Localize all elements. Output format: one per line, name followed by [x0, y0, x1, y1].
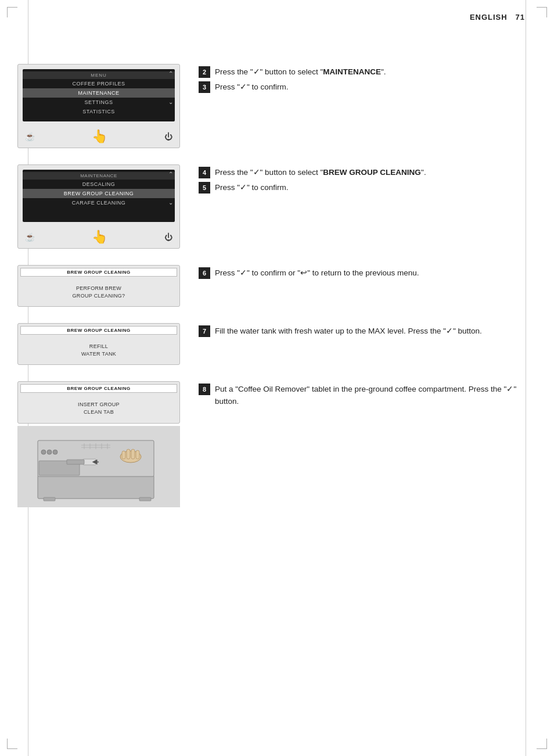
step-block-4: 4 Press the "✓" button to select "BREW G…	[199, 167, 537, 178]
bgc-body-row3: PERFORM BREWGROUP CLEANING?	[20, 280, 177, 304]
menu-item-brew-group: BREW GROUP CLEANING	[23, 189, 175, 198]
step-num-6: 6	[199, 267, 210, 279]
step-num-5: 5	[199, 182, 210, 194]
step-line-8: 8 Put a "Coffee Oil Remover" tablet in t…	[199, 384, 537, 407]
step-num-7: 7	[199, 325, 210, 337]
maintenance-header: MAINTENANCE	[23, 172, 175, 180]
left-panel-row4: BREW GROUP CLEANING REFILLWATER TANK	[17, 323, 180, 365]
svg-rect-10	[136, 450, 139, 459]
step-num-3: 3	[199, 81, 210, 93]
bgc-screen-row4: BREW GROUP CLEANING REFILLWATER TANK	[17, 323, 180, 365]
machine-illustration	[17, 426, 180, 507]
right-panel-row3: 6 Press "✓" to confirm or "↩" to return …	[199, 265, 537, 282]
power-icon-row2: ⏻	[164, 232, 172, 242]
page-header: ENGLISH 71	[470, 13, 525, 22]
step-line-4: 4 Press the "✓" button to select "BREW G…	[199, 167, 537, 178]
hand-icon-row2: 👆	[92, 230, 107, 245]
left-panel-row3: BREW GROUP CLEANING PERFORM BREWGROUP CL…	[17, 265, 180, 307]
device-screen-row1: MENU COFFEE PROFILES MAINTENANCE SETTING…	[17, 64, 180, 148]
right-panel-row1: 2 Press the "✓" button to select "MAINTE…	[199, 64, 537, 97]
left-panel-row2: MAINTENANCE DESCALING BREW GROUP CLEANIN…	[17, 164, 180, 249]
step-num-2: 2	[199, 66, 210, 78]
row-perform-cleaning: BREW GROUP CLEANING PERFORM BREWGROUP CL…	[17, 265, 537, 307]
svg-rect-14	[44, 497, 55, 501]
scroll-up-row2: ⌃	[168, 171, 173, 177]
menu-item-settings: SETTINGS	[23, 98, 175, 107]
scroll-down-row2: ⌄	[168, 199, 173, 206]
svg-rect-11	[83, 459, 96, 465]
device-bottom-row1: ☕ 👆 ⏻	[18, 126, 179, 148]
svg-rect-9	[131, 449, 135, 459]
svg-point-3	[41, 450, 46, 454]
step-num-4: 4	[199, 167, 210, 178]
svg-rect-8	[127, 449, 130, 459]
bgc-body-row4: REFILLWATER TANK	[20, 338, 177, 362]
step-line-5: 5 Press "✓" to confirm.	[199, 182, 537, 194]
left-panel-row1: MENU COFFEE PROFILES MAINTENANCE SETTING…	[17, 64, 180, 148]
corner-bl	[7, 739, 17, 749]
menu-list-row1: COFFEE PROFILES MAINTENANCE SETTINGS STA…	[23, 79, 175, 116]
menu-item-carafe: CARAFE CLEANING	[23, 198, 175, 207]
step-text-3: Press "✓" to confirm.	[215, 81, 289, 93]
bgc-screen-row3: BREW GROUP CLEANING PERFORM BREWGROUP CL…	[17, 265, 180, 307]
svg-rect-7	[122, 451, 125, 459]
step-text-7: Fill the water tank with fresh water up …	[215, 325, 482, 337]
cup-icon-row1: ☕	[25, 132, 35, 141]
svg-rect-15	[139, 497, 151, 501]
hand-icon-row1: 👆	[92, 129, 107, 144]
menu-list-row2: DESCALING BREW GROUP CLEANING CARAFE CLE…	[23, 180, 175, 207]
step-text-5: Press "✓" to confirm.	[215, 182, 289, 194]
svg-rect-13	[67, 460, 84, 464]
svg-rect-0	[38, 475, 154, 499]
language-label: ENGLISH	[470, 13, 508, 22]
step-block-8: 8 Put a "Coffee Oil Remover" tablet in t…	[199, 384, 537, 407]
menu-item-statistics: STATISTICS	[23, 107, 175, 116]
svg-point-4	[47, 450, 52, 454]
page-number: 71	[516, 13, 525, 22]
screen-inner-row2: MAINTENANCE DESCALING BREW GROUP CLEANIN…	[23, 170, 175, 222]
bgc-screen-row5: BREW GROUP CLEANING INSERT GROUPCLEAN TA…	[17, 381, 180, 423]
step-num-8: 8	[199, 384, 210, 395]
right-panel-row2: 4 Press the "✓" button to select "BREW G…	[199, 164, 537, 198]
cup-icon-row2: ☕	[25, 232, 35, 242]
step-text-4: Press the "✓" button to select "BREW GRO…	[215, 167, 426, 178]
device-bottom-row2: ☕ 👆 ⏻	[18, 227, 179, 248]
machine-svg	[32, 429, 166, 504]
right-panel-row4: 7 Fill the water tank with fresh water u…	[199, 323, 537, 341]
step-block-2: 2 Press the "✓" button to select "MAINTE…	[199, 66, 537, 78]
bgc-header-row5: BREW GROUP CLEANING	[20, 384, 177, 393]
step-block-6: 6 Press "✓" to confirm or "↩" to return …	[199, 267, 537, 279]
right-panel-row5: 8 Put a "Coffee Oil Remover" tablet in t…	[199, 381, 537, 411]
screen-inner-row1: MENU COFFEE PROFILES MAINTENANCE SETTING…	[23, 69, 175, 121]
svg-point-5	[53, 450, 57, 454]
step-line-3: 3 Press "✓" to confirm.	[199, 81, 537, 93]
step-text-6: Press "✓" to confirm or "↩" to return to…	[215, 267, 419, 279]
corner-tl	[7, 7, 17, 17]
bgc-header-row3: BREW GROUP CLEANING	[20, 268, 177, 277]
scroll-down-row1: ⌄	[168, 99, 173, 105]
menu-item-descaling: DESCALING	[23, 180, 175, 189]
main-content: MENU COFFEE PROFILES MAINTENANCE SETTING…	[17, 64, 537, 524]
step-line-2: 2 Press the "✓" button to select "MAINTE…	[199, 66, 537, 78]
step-text-8: Put a "Coffee Oil Remover" tablet in the…	[215, 384, 537, 407]
step-block-7: 7 Fill the water tank with fresh water u…	[199, 325, 537, 337]
step-block-5: 5 Press "✓" to confirm.	[199, 182, 537, 194]
power-icon-row1: ⏻	[164, 132, 172, 141]
corner-tr	[537, 7, 547, 17]
step-line-7: 7 Fill the water tank with fresh water u…	[199, 325, 537, 337]
menu-item-maintenance: MAINTENANCE	[23, 88, 175, 98]
corner-br	[537, 739, 547, 749]
bgc-body-row5: INSERT GROUPCLEAN TAB	[20, 396, 177, 420]
row-refill-water: BREW GROUP CLEANING REFILLWATER TANK 7 F…	[17, 323, 537, 365]
bgc-header-row4: BREW GROUP CLEANING	[20, 326, 177, 335]
row-maintenance-select: MENU COFFEE PROFILES MAINTENANCE SETTING…	[17, 64, 537, 148]
step-text-2: Press the "✓" button to select "MAINTENA…	[215, 66, 386, 78]
menu-item-coffee-profiles: COFFEE PROFILES	[23, 79, 175, 88]
device-screen-row2: MAINTENANCE DESCALING BREW GROUP CLEANIN…	[17, 164, 180, 249]
left-panel-row5: BREW GROUP CLEANING INSERT GROUPCLEAN TA…	[17, 381, 180, 507]
menu-header: MENU	[23, 71, 175, 79]
scroll-up-row1: ⌃	[168, 70, 173, 77]
step-block-3: 3 Press "✓" to confirm.	[199, 81, 537, 93]
row-brew-group-select: MAINTENANCE DESCALING BREW GROUP CLEANIN…	[17, 164, 537, 249]
step-line-6: 6 Press "✓" to confirm or "↩" to return …	[199, 267, 537, 279]
